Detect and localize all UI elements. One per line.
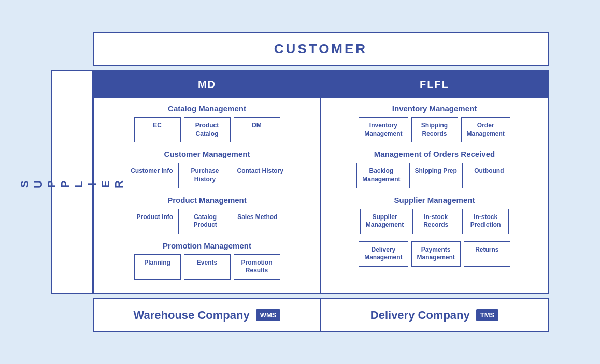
tms-badge: TMS: [476, 309, 498, 321]
section-supplier-management: Supplier Management SupplierManagement I…: [330, 196, 539, 234]
diagram-container: CUSTOMER SUPPLIER MD Catalog Management …: [41, 21, 559, 343]
item-returns: Returns: [464, 241, 510, 267]
customer-management-title: Customer Management: [102, 150, 312, 158]
promotion-management-title: Promotion Management: [102, 241, 312, 250]
customer-management-items: Customer Info PurchaseHistory Contact Hi…: [102, 163, 312, 188]
delivery-label: Delivery Company: [370, 309, 470, 322]
md-header: MD: [94, 71, 320, 98]
flfl-content: Inventory Management InventoryManagement…: [321, 98, 548, 293]
md-content: Catalog Management EC ProductCatalog DM …: [94, 98, 320, 293]
flfl-header: FLFL: [321, 71, 548, 98]
section-promotion-management: Promotion Management Planning Events Pro…: [102, 241, 312, 280]
supplier-management-items: SupplierManagement In-stockRecords In-st…: [330, 209, 539, 234]
item-promotion-results: PromotionResults: [234, 254, 280, 280]
customer-box: CUSTOMER: [93, 32, 549, 66]
product-management-items: Product Info CatalogProduct Sales Method: [102, 209, 312, 234]
item-planning: Planning: [134, 254, 181, 280]
wms-badge: WMS: [256, 309, 281, 321]
md-col: MD Catalog Management EC ProductCatalog …: [94, 71, 321, 293]
product-management-title: Product Management: [102, 196, 312, 205]
flfl-col: FLFL Inventory Management InventoryManag…: [321, 71, 548, 293]
item-product-info: Product Info: [131, 209, 179, 234]
delivery-box: Delivery Company TMS: [321, 298, 549, 332]
supplier-col: SUPPLIER: [51, 70, 93, 294]
catalog-management-items: EC ProductCatalog DM: [102, 117, 312, 142]
item-contact-history: Contact History: [232, 163, 289, 188]
item-instock-prediction: In-stockPrediction: [462, 209, 509, 234]
item-delivery-management: DeliveryManagement: [359, 241, 408, 267]
item-instock-records: In-stockRecords: [412, 209, 459, 234]
item-sales-method: Sales Method: [232, 209, 283, 234]
inventory-management-title: Inventory Management: [330, 104, 539, 113]
item-events: Events: [184, 254, 231, 280]
customer-label: CUSTOMER: [274, 41, 367, 56]
warehouse-box: Warehouse Company WMS: [93, 298, 321, 332]
item-purchase-history: PurchaseHistory: [182, 163, 228, 188]
main-body: SUPPLIER MD Catalog Management EC Produc…: [51, 70, 549, 294]
item-customer-info: Customer Info: [125, 163, 178, 188]
item-inventory-management: InventoryManagement: [359, 117, 408, 142]
item-product-catalog: ProductCatalog: [184, 117, 231, 142]
section-inventory-management: Inventory Management InventoryManagement…: [330, 104, 539, 142]
section-misc: DeliveryManagement PaymentsManagement Re…: [330, 241, 539, 267]
inventory-management-items: InventoryManagement ShippingRecords Orde…: [330, 117, 539, 142]
item-shipping-records: ShippingRecords: [411, 117, 458, 142]
supplier-label: SUPPLIER: [18, 176, 126, 188]
orders-received-items: BacklogManagement Shipping Prep Outbound: [330, 163, 539, 188]
section-orders-received: Management of Orders Received BacklogMan…: [330, 150, 539, 188]
item-shipping-prep: Shipping Prep: [409, 163, 463, 188]
section-customer-management: Customer Management Customer Info Purcha…: [102, 150, 312, 188]
item-supplier-management: SupplierManagement: [360, 209, 409, 234]
orders-received-title: Management of Orders Received: [330, 150, 539, 158]
catalog-management-title: Catalog Management: [102, 104, 312, 113]
warehouse-label: Warehouse Company: [134, 309, 250, 322]
item-payments-management: PaymentsManagement: [411, 241, 461, 267]
section-product-management: Product Management Product Info CatalogP…: [102, 196, 312, 234]
item-catalog-product: CatalogProduct: [182, 209, 228, 234]
columns-container: MD Catalog Management EC ProductCatalog …: [93, 70, 549, 294]
item-outbound: Outbound: [466, 163, 512, 188]
misc-items: DeliveryManagement PaymentsManagement Re…: [330, 241, 539, 267]
item-dm: DM: [234, 117, 280, 142]
item-ec: EC: [134, 117, 181, 142]
section-catalog-management: Catalog Management EC ProductCatalog DM: [102, 104, 312, 142]
supplier-management-title: Supplier Management: [330, 196, 539, 205]
bottom-row: Warehouse Company WMS Delivery Company T…: [93, 298, 549, 332]
item-backlog-management: BacklogManagement: [356, 163, 406, 188]
promotion-management-items: Planning Events PromotionResults: [102, 254, 312, 280]
item-order-management: OrderManagement: [461, 117, 510, 142]
